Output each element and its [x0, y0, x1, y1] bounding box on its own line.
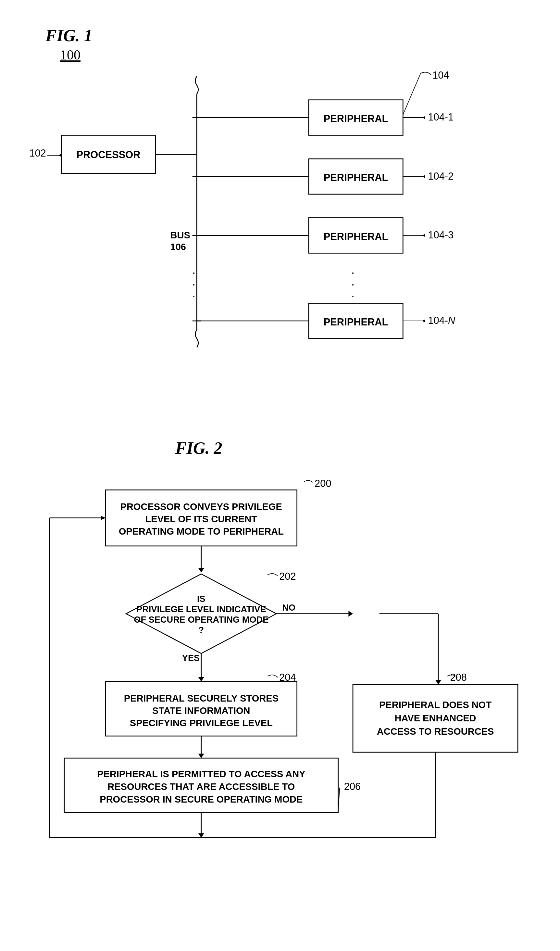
svg-text:LEVEL OF ITS CURRENT: LEVEL OF ITS CURRENT: [145, 514, 257, 524]
svg-marker-77: [198, 833, 204, 838]
svg-text:BUS: BUS: [171, 230, 190, 240]
svg-text:104-2: 104-2: [428, 171, 454, 182]
svg-text:PROCESSOR IN SECURE OPERATING : PROCESSOR IN SECURE OPERATING MODE: [100, 794, 303, 805]
fig1-container: FIG. 1 100 PROCESSOR 102 BUS 106: [26, 20, 534, 409]
svg-text:PERIPHERAL DOES NOT: PERIPHERAL DOES NOT: [379, 700, 491, 710]
svg-text:.: .: [351, 263, 354, 276]
fig2-container: FIG. 2 200 PROCESSOR CONVEYS PRIVILEGE L…: [26, 435, 534, 939]
svg-text:PERIPHERAL: PERIPHERAL: [324, 316, 388, 328]
svg-text:OPERATING MODE TO PERIPHERAL: OPERATING MODE TO PERIPHERAL: [119, 526, 284, 536]
svg-text:202: 202: [279, 571, 296, 582]
svg-text:SPECIFYING PRIVILEGE LEVEL: SPECIFYING PRIVILEGE LEVEL: [130, 718, 273, 728]
svg-text:ACCESS TO RESOURCES: ACCESS TO RESOURCES: [377, 726, 494, 737]
svg-text:PERIPHERAL: PERIPHERAL: [324, 113, 388, 125]
svg-marker-27: [422, 234, 425, 237]
svg-marker-39: [422, 319, 425, 322]
svg-text:PERIPHERAL IS PERMITTED TO ACC: PERIPHERAL IS PERMITTED TO ACCESS ANY: [97, 769, 306, 779]
svg-text:PERIPHERAL: PERIPHERAL: [324, 172, 388, 183]
svg-text:.: .: [351, 275, 354, 288]
svg-marker-60: [198, 677, 204, 682]
svg-marker-5: [58, 154, 62, 157]
svg-text:106: 106: [171, 242, 186, 252]
svg-text:?: ?: [198, 625, 204, 635]
svg-text:OF SECURE OPERATING MODE: OF SECURE OPERATING MODE: [134, 615, 268, 624]
svg-line-10: [403, 73, 420, 115]
svg-marker-15: [422, 116, 425, 119]
svg-text:.: .: [192, 287, 195, 300]
svg-text:HAVE ENHANCED: HAVE ENHANCED: [395, 713, 476, 723]
svg-text:102: 102: [29, 148, 46, 159]
svg-text:104-1: 104-1: [428, 111, 454, 123]
svg-text:206: 206: [344, 781, 361, 792]
svg-text:208: 208: [450, 672, 466, 683]
page: FIG. 1 100 PROCESSOR 102 BUS 106: [0, 0, 560, 951]
svg-text:.: .: [192, 275, 195, 288]
svg-text:104: 104: [432, 69, 449, 81]
svg-marker-70: [198, 754, 204, 758]
svg-marker-21: [422, 175, 425, 178]
svg-text:STATE INFORMATION: STATE INFORMATION: [152, 706, 250, 716]
svg-text:104-3: 104-3: [428, 229, 454, 240]
svg-marker-84: [435, 680, 441, 685]
svg-marker-63: [348, 611, 353, 617]
svg-text:.: .: [351, 287, 354, 300]
svg-text:RESOURCES THAT ARE ACCESSIBLE : RESOURCES THAT ARE ACCESSIBLE TO: [108, 781, 295, 792]
svg-marker-51: [198, 568, 204, 573]
svg-text:PERIPHERAL: PERIPHERAL: [324, 231, 388, 242]
svg-marker-81: [101, 516, 106, 520]
svg-text:104-N: 104-N: [428, 315, 455, 326]
svg-text:200: 200: [315, 478, 331, 489]
fig2-diagram: 200 PROCESSOR CONVEYS PRIVILEGE LEVEL OF…: [26, 448, 534, 936]
svg-text:PRIVILEGE LEVEL INDICATIVE: PRIVILEGE LEVEL INDICATIVE: [136, 604, 266, 614]
svg-text:NO: NO: [282, 603, 295, 613]
svg-text:PROCESSOR CONVEYS PRIVILEGE: PROCESSOR CONVEYS PRIVILEGE: [120, 501, 282, 512]
svg-text:PERIPHERAL SECURELY STORES: PERIPHERAL SECURELY STORES: [124, 693, 278, 703]
svg-text:PROCESSOR: PROCESSOR: [77, 149, 141, 160]
svg-text:IS: IS: [197, 594, 206, 604]
svg-text:.: .: [192, 263, 195, 276]
svg-text:YES: YES: [182, 653, 200, 663]
fig1-diagram: PROCESSOR 102 BUS 106 104 PERIPHERAL 104…: [26, 32, 534, 406]
